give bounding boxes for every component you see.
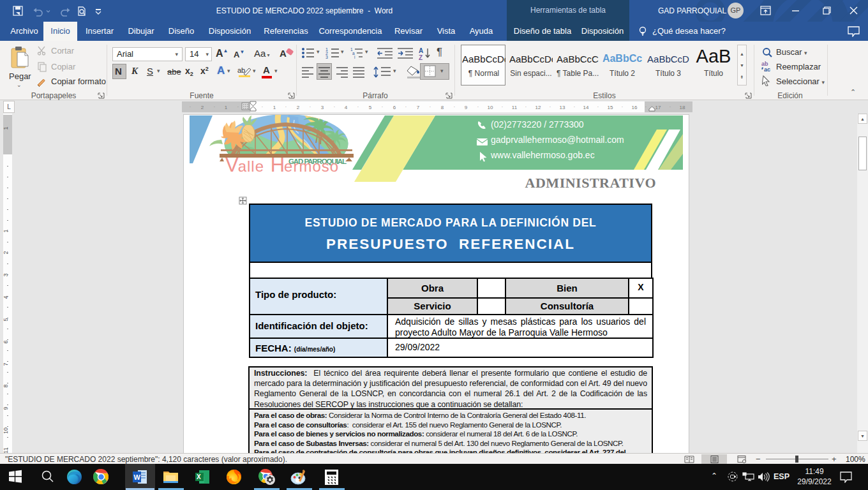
svg-text:·: · — [405, 105, 407, 109]
svg-text:gadprvallehermoso@hotmail.com: gadprvallehermoso@hotmail.com — [491, 135, 624, 145]
svg-text:10: 10 — [488, 105, 493, 110]
svg-text:2: 2 — [297, 105, 300, 110]
svg-text:5: 5 — [3, 318, 9, 321]
svg-text:12: 12 — [535, 105, 541, 110]
svg-text:W: W — [134, 473, 141, 481]
svg-text:13: 13 — [560, 105, 565, 110]
svg-text:·: · — [502, 105, 503, 109]
svg-text:1: 1 — [273, 105, 276, 110]
svg-text:10: 10 — [3, 427, 9, 434]
svg-text:·: · — [190, 105, 191, 109]
svg-text:·: · — [430, 105, 431, 109]
svg-text:14: 14 — [583, 105, 589, 110]
svg-text:X: X — [197, 473, 201, 480]
svg-text:A: A — [419, 47, 423, 54]
svg-text:·: · — [597, 105, 599, 109]
svg-text:·: · — [214, 105, 215, 109]
svg-text:·: · — [237, 105, 239, 109]
svg-text:·: · — [382, 105, 383, 109]
svg-text:www.vallehermoso.gob.ec: www.vallehermoso.gob.ec — [490, 150, 595, 160]
svg-text:6: 6 — [393, 105, 396, 110]
svg-text:3: 3 — [321, 105, 324, 110]
svg-text:ac: ac — [764, 66, 770, 72]
svg-text:·: · — [670, 105, 671, 109]
svg-text:2: 2 — [201, 105, 204, 110]
svg-text:·: · — [622, 105, 623, 109]
svg-text:8: 8 — [3, 384, 9, 387]
svg-text:7: 7 — [417, 105, 420, 110]
svg-text:9: 9 — [465, 105, 468, 110]
svg-text:·: · — [477, 105, 479, 109]
svg-text:5: 5 — [369, 105, 372, 110]
svg-text:15: 15 — [608, 105, 613, 110]
svg-text:8: 8 — [441, 105, 444, 110]
svg-text:Z: Z — [419, 54, 423, 61]
svg-text:·: · — [285, 105, 287, 109]
svg-text:·: · — [310, 105, 311, 109]
svg-text:9: 9 — [3, 406, 9, 410]
svg-text:16: 16 — [632, 105, 638, 110]
svg-text:11: 11 — [512, 105, 518, 110]
svg-text:·: · — [645, 105, 647, 109]
svg-text:(02)2773220 / 2773300: (02)2773220 / 2773300 — [491, 119, 584, 130]
svg-text:3: 3 — [326, 55, 328, 59]
svg-text:·: · — [525, 105, 527, 109]
svg-text:·: · — [574, 105, 575, 109]
svg-text:1: 1 — [225, 105, 228, 110]
svg-text:·: · — [262, 105, 263, 109]
svg-text:1: 1 — [3, 126, 9, 130]
svg-text:ab: ab — [237, 66, 245, 74]
svg-text:7: 7 — [3, 362, 9, 366]
svg-text:18: 18 — [680, 105, 685, 110]
svg-text:·: · — [334, 105, 335, 109]
svg-text:·: · — [454, 105, 455, 109]
svg-text:Valle Hermoso: Valle Hermoso — [225, 154, 339, 176]
svg-text:6: 6 — [3, 340, 9, 343]
svg-text:17: 17 — [655, 105, 661, 110]
svg-text:·: · — [357, 105, 359, 109]
svg-text:·: · — [550, 105, 551, 109]
svg-text:i: i — [354, 55, 355, 59]
svg-text:4: 4 — [345, 105, 348, 110]
